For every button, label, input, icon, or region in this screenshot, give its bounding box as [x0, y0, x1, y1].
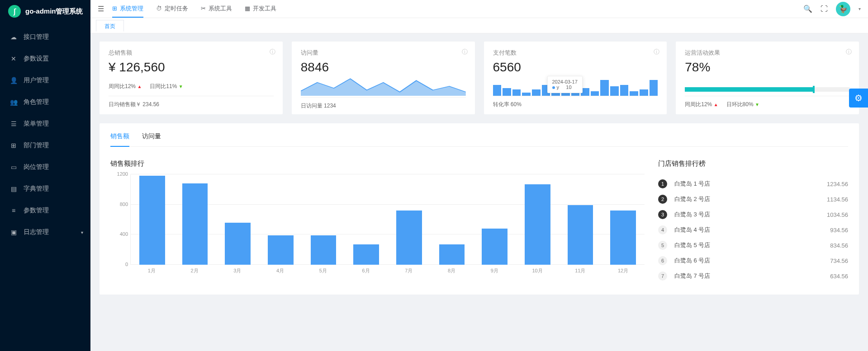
card-foot: 转化率 60%	[493, 96, 658, 113]
info-icon[interactable]: ⓘ	[462, 48, 468, 56]
sidebar-item-label: 接口管理	[24, 33, 49, 41]
x-tick-label: 11月	[559, 267, 602, 274]
card-visits: ⓘ 访问量 8846 日访问量 1234	[292, 42, 475, 114]
gear-icon: ⚙	[854, 93, 863, 103]
sales-chart-column: 销售额排行 04008001200 1月2月3月4月5月6月7月8月9月10月1…	[110, 159, 645, 284]
sidebar-item-0[interactable]: ☁接口管理	[0, 26, 90, 48]
rank-title: 门店销售排行榜	[658, 159, 848, 168]
panel-tab-0[interactable]: 销售额	[110, 132, 129, 147]
sales-bar-chart: 04008001200	[130, 174, 645, 265]
menu-icon: 👥	[10, 98, 17, 106]
rank-badge: 4	[658, 225, 667, 234]
sidebar-item-2[interactable]: 👤用户管理	[0, 70, 90, 91]
rank-item: 2白鹭岛 2 号店1134.56	[658, 192, 848, 207]
sidebar-item-6[interactable]: ▭岗位管理	[0, 156, 90, 178]
mini-bar	[640, 89, 648, 96]
info-icon[interactable]: ⓘ	[654, 48, 659, 56]
info-icon[interactable]: ⓘ	[846, 48, 852, 56]
logo: ʃ go-admin管理系统	[0, 0, 90, 23]
sidebar-item-label: 字典管理	[24, 185, 49, 193]
rank-badge: 2	[658, 195, 667, 204]
x-tick-label: 5月	[302, 267, 345, 274]
rank-badge: 5	[658, 241, 667, 250]
week-ratio: 周同比12% ▲	[109, 83, 142, 90]
topnav-label: 定时任务	[165, 5, 188, 13]
rank-name: 白鹭岛 2 号店	[674, 195, 827, 203]
topnav-item-3[interactable]: ▦开发工具	[245, 0, 276, 18]
sidebar-item-4[interactable]: ☰菜单管理	[0, 113, 90, 135]
topnav-label: 系统工具	[209, 5, 232, 13]
x-tick-label: 9月	[473, 267, 516, 274]
sidebar-item-1[interactable]: ✕参数设置	[0, 48, 90, 70]
content: ⓘ 总销售额 ¥ 126,560 周同比12% ▲ 日同比11% ▼ 日均销售额…	[90, 33, 868, 351]
chart-bar	[610, 211, 636, 265]
x-axis-labels: 1月2月3月4月5月6月7月8月9月10月11月12月	[130, 267, 645, 274]
rank-item: 7白鹭岛 7 号店634.56	[658, 268, 848, 284]
x-tick-label: 4月	[259, 267, 302, 274]
panel-tab-1[interactable]: 访问量	[142, 132, 161, 147]
mini-bar	[600, 80, 609, 96]
avatar[interactable]: 🦆	[836, 2, 850, 16]
menu-icon: ☁	[10, 33, 17, 41]
chart-bar	[311, 235, 337, 265]
mini-bar	[650, 80, 658, 96]
sidebar-item-7[interactable]: ▤字典管理	[0, 178, 90, 200]
topnav: ⊞系统管理⏱定时任务✂系统工具▦开发工具	[112, 0, 276, 18]
topnav-label: 系统管理	[120, 5, 143, 13]
rank-badge: 3	[658, 210, 667, 219]
search-icon[interactable]: 🔍	[803, 5, 812, 13]
menu-icon: ☰	[10, 120, 17, 127]
topnav-item-0[interactable]: ⊞系统管理	[112, 0, 143, 18]
ops-progress	[685, 87, 850, 92]
menu-icon: ▭	[10, 164, 17, 171]
collapse-sidebar-icon[interactable]: ☰	[98, 5, 104, 13]
user-menu-caret-icon[interactable]: ▾	[859, 6, 861, 11]
menu-icon: 👤	[10, 77, 17, 84]
chart-bar	[482, 229, 508, 265]
sidebar-item-8[interactable]: ≡参数管理	[0, 200, 90, 221]
rank-value: 834.56	[830, 242, 848, 249]
card-title: 运营活动效果	[685, 49, 850, 57]
sidebar-item-label: 参数管理	[24, 206, 49, 215]
card-foot: 同周比12% ▲ 日环比80% ▼	[685, 96, 850, 113]
chart-bar	[268, 235, 294, 265]
card-value: 6560	[493, 58, 658, 77]
rank-name: 白鹭岛 7 号店	[674, 272, 830, 280]
tab-home[interactable]: 首页	[96, 20, 124, 32]
card-foot: 日均销售额￥ 234.56	[109, 96, 274, 113]
rank-item: 1白鹭岛 1 号店1234.56	[658, 176, 848, 192]
info-icon[interactable]: ⓘ	[270, 48, 275, 56]
fullscreen-icon[interactable]: ⛶	[821, 5, 828, 13]
topnav-item-1[interactable]: ⏱定时任务	[156, 0, 188, 18]
topnav-icon: ✂	[201, 5, 206, 12]
rank-item: 3白鹭岛 3 号店1034.56	[658, 207, 848, 222]
card-total-sales: ⓘ 总销售额 ¥ 126,560 周同比12% ▲ 日同比11% ▼ 日均销售额…	[100, 42, 283, 114]
rank-value: 1134.56	[827, 196, 848, 203]
chart-bar	[182, 183, 208, 265]
x-tick-label: 1月	[130, 267, 173, 274]
sidebar-item-label: 角色管理	[24, 98, 49, 106]
rank-value: 934.56	[830, 227, 848, 234]
topnav-item-2[interactable]: ✂系统工具	[201, 0, 232, 18]
x-tick-label: 6月	[345, 267, 388, 274]
settings-fab[interactable]: ⚙	[849, 89, 868, 108]
mini-bar	[591, 91, 599, 96]
rank-name: 白鹭岛 4 号店	[674, 226, 830, 234]
topbar: ☰ ⊞系统管理⏱定时任务✂系统工具▦开发工具 🔍 ⛶ 🦆 ▾	[90, 0, 868, 18]
rank-item: 5白鹭岛 5 号店834.56	[658, 238, 848, 253]
rank-value: 1034.56	[827, 211, 848, 218]
rank-badge: 1	[658, 179, 667, 188]
mini-bar	[522, 93, 531, 96]
day-ratio: 日同比11% ▼	[150, 83, 183, 90]
rank-badge: 6	[658, 256, 667, 265]
sidebar-item-label: 日志管理	[24, 228, 49, 236]
chevron-down-icon: ▾	[81, 230, 83, 235]
x-tick-label: 7月	[388, 267, 431, 274]
payments-mini-chart: 2024-03-17 y 10	[493, 77, 658, 96]
sidebar-item-5[interactable]: ⊞部门管理	[0, 135, 90, 156]
sidebar-item-3[interactable]: 👥角色管理	[0, 91, 90, 113]
mini-bar	[503, 88, 511, 96]
sidebar-item-9[interactable]: ▣日志管理▾	[0, 221, 90, 243]
card-title: 支付笔数	[493, 49, 658, 57]
sidebar-item-label: 参数设置	[24, 55, 49, 63]
